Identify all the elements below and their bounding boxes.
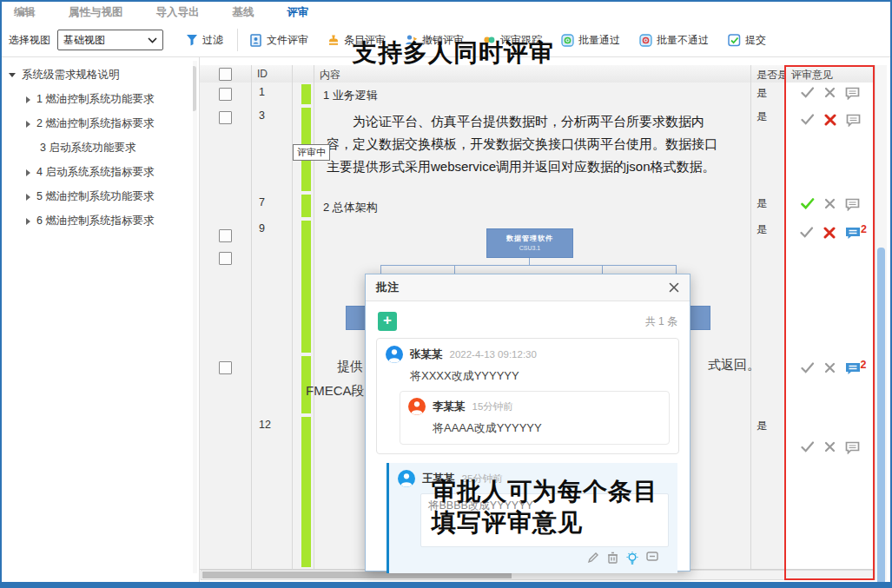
reject-icon[interactable] <box>823 227 836 239</box>
comment-author: 张某某 <box>410 347 443 362</box>
pass-flag: 是 <box>751 219 785 237</box>
arrow-right-icon <box>26 96 30 103</box>
tab-edit[interactable]: 编辑 <box>14 5 36 20</box>
batch-pass-button[interactable]: 批量通过 <box>561 33 620 48</box>
badge-pass-icon <box>561 34 574 47</box>
select-all-checkbox[interactable] <box>219 68 232 81</box>
window-border-left <box>0 0 2 588</box>
lightbulb-icon[interactable] <box>626 552 638 565</box>
row-select-checkbox[interactable] <box>219 229 232 242</box>
comment-icon[interactable]: 2 <box>845 362 861 379</box>
comment-icon[interactable]: 2 <box>845 227 861 243</box>
funnel-icon <box>186 34 198 46</box>
tree-item-label: 4 启动系统系统指标要求 <box>36 165 154 180</box>
tree-item-1[interactable]: 1 燃油控制系统功能要求 <box>26 92 154 107</box>
tree-item-4[interactable]: 4 启动系统系统指标要求 <box>26 165 154 180</box>
tab-review[interactable]: 评审 <box>287 5 309 20</box>
reject-icon[interactable] <box>824 362 836 373</box>
filter-button[interactable]: 过滤 <box>186 33 223 48</box>
tree-item-label: 6 燃油控制系统指标要求 <box>36 214 154 228</box>
row-status-bar <box>301 221 311 353</box>
approve-icon[interactable] <box>801 362 815 373</box>
vertical-scrollbar[interactable] <box>875 65 887 580</box>
row-select-checkbox[interactable] <box>219 88 232 101</box>
comment-icon[interactable] <box>845 198 860 215</box>
tab-properties-views[interactable]: 属性与视图 <box>69 5 123 20</box>
modal-title: 批注 <box>376 280 399 295</box>
reject-icon[interactable] <box>824 441 836 453</box>
file-review-button[interactable]: 文件评审 <box>250 33 308 48</box>
requirements-tree: 系统级需求规格说明 1 燃油控制系统功能要求 2 燃油控制系统指标要求 3 启动… <box>2 57 193 582</box>
reply-text: 将AAAA改成YYYYYY <box>433 420 661 436</box>
add-comment-button[interactable]: + <box>378 312 397 331</box>
diagram-node-title: 数据管理软件 <box>487 234 572 243</box>
table-row: 1 1 业务逻辑 是 <box>200 83 875 107</box>
pass-flag: 是 <box>751 83 785 101</box>
document-user-icon <box>250 34 262 47</box>
comment-icon[interactable] <box>845 441 860 458</box>
diagram-connector <box>380 265 677 266</box>
row-content-fragment: 提供 <box>337 359 363 375</box>
overlay-note-bottom-line2: 填写评审意见 <box>432 506 583 539</box>
tree-item-5[interactable]: 5 燃油控制系统功能要求 <box>26 189 154 204</box>
app-window: 编辑 属性与视图 导入导出 基线 评审 选择视图 基础视图 过滤 文件评审 条目… <box>0 0 892 588</box>
row-id: 12 <box>252 415 292 431</box>
comment-text: 将XXXX改成YYYYYY <box>410 368 670 384</box>
tab-baseline[interactable]: 基线 <box>233 5 254 20</box>
batch-fail-button[interactable]: 批量不通过 <box>639 33 709 48</box>
row-content: 为论证平台、仿真平台提供数据时，分析两平台所要求数据内容，定义数据交换模板，开发… <box>314 106 750 178</box>
diagram-top-node: 数据管理软件 CSU3.1 <box>486 228 573 258</box>
tree-root[interactable]: 系统级需求规格说明 <box>9 68 120 83</box>
row-content: 1 业务逻辑 <box>314 83 750 103</box>
arrow-right-icon <box>26 218 30 225</box>
approve-icon[interactable] <box>801 441 815 453</box>
comment-icon[interactable] <box>845 87 860 103</box>
toolbar-separator <box>237 29 238 51</box>
approve-icon[interactable] <box>801 87 815 98</box>
row-id: 9 <box>252 219 292 235</box>
row-status-bar <box>301 417 311 567</box>
tree-item-2[interactable]: 2 燃油控制系统指标要求 <box>26 116 154 131</box>
row-select-checkbox[interactable] <box>219 252 232 265</box>
tab-import-export[interactable]: 导入导出 <box>156 5 200 20</box>
tree-item-label: 1 燃油控制系统功能要求 <box>36 92 154 107</box>
delete-trash-icon[interactable] <box>607 552 618 564</box>
row-content-fragment: FMECA段 <box>306 383 365 400</box>
edit-pencil-icon[interactable] <box>587 552 599 564</box>
tree-item-label: 2 燃油控制系统指标要求 <box>36 116 154 131</box>
reply-time: 15分钟前 <box>472 400 513 413</box>
chevron-down-icon <box>148 37 157 43</box>
reject-icon[interactable] <box>824 198 836 209</box>
vertical-scrollbar-thumb[interactable] <box>877 248 885 588</box>
view-select-label: 选择视图 <box>9 33 50 48</box>
close-icon[interactable] <box>669 282 679 293</box>
arrow-placeholder <box>26 144 34 152</box>
avatar <box>398 470 415 487</box>
comment-time: 2022-4-13 09:12:30 <box>450 349 537 360</box>
tree-item-3[interactable]: 3 启动系统功能要求 <box>26 141 135 155</box>
tree-item-6[interactable]: 6 燃油控制系统指标要求 <box>26 214 154 228</box>
reject-icon[interactable] <box>824 114 836 126</box>
approve-icon[interactable] <box>801 198 815 209</box>
row-select-checkbox[interactable] <box>219 361 232 374</box>
view-select-dropdown[interactable]: 基础视图 <box>57 30 163 50</box>
check-square-icon <box>728 34 741 47</box>
comment-card: 张某某 2022-4-13 09:12:30 将XXXX改成YYYYYY 李某某… <box>376 338 679 454</box>
row-id: 3 <box>252 106 292 122</box>
reject-icon[interactable] <box>824 87 836 98</box>
approve-icon[interactable] <box>800 227 814 238</box>
submit-button[interactable]: 提交 <box>728 33 766 48</box>
row-content: 2 总体架构 <box>314 193 750 215</box>
row-select-checkbox[interactable] <box>219 111 232 124</box>
reply-bubble-icon[interactable] <box>646 552 658 563</box>
approve-icon[interactable] <box>801 114 815 125</box>
tree-item-label: 5 燃油控制系统功能要求 <box>36 189 154 204</box>
batch-pass-label: 批量通过 <box>578 33 620 48</box>
reply-card: 李某某 15分钟前 将AAAA改成YYYYYY <box>400 391 670 445</box>
pass-flag: 是 <box>751 415 785 433</box>
comment-count-badge: 2 <box>861 223 867 235</box>
row-id: 7 <box>252 193 292 208</box>
diagram-connector <box>529 258 530 265</box>
table-row: 7 2 总体架构 是 <box>200 193 875 220</box>
comment-icon[interactable] <box>846 114 861 130</box>
